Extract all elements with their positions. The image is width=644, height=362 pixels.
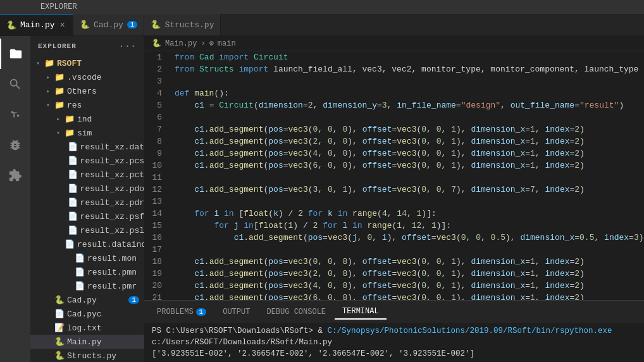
terminal-tabs: PROBLEMS1 OUTPUT DEBUG CONSOLE TERMINAL (144, 301, 644, 323)
others-label: Others (67, 87, 97, 96)
tab-cad-py-badge: 1 (127, 21, 138, 28)
chevron-right-icon2: ▸ (43, 87, 53, 95)
mon-file-icon: 📄 (75, 253, 85, 263)
pdo-label: result_xz.pdo (80, 184, 144, 194)
sidebar-item-result-xz-psl[interactable]: 📄 result_xz.psl (30, 223, 144, 237)
pmn-label: result.pmn (87, 268, 137, 277)
psl-label: result_xz.psl (80, 226, 144, 235)
sidebar-item-ind[interactable]: ▸ 📁 ind (30, 112, 144, 126)
cad-py-icon: 🐍 (54, 295, 65, 305)
pct-label: result_xz.pct (80, 170, 144, 180)
chevron-down-sim-icon: ▾ (53, 129, 63, 137)
tab-cad-py-icon: 🐍 (80, 20, 90, 30)
structs-py-icon: 🐍 (54, 351, 65, 361)
log-txt-icon: 📝 (54, 323, 65, 333)
res-label: res (67, 101, 82, 110)
chevron-right-icon: ▸ (43, 73, 53, 81)
tab-problems[interactable]: PROBLEMS1 (149, 305, 214, 319)
sidebar-item-result-dataindex[interactable]: 📄 result.dataindex (30, 237, 144, 251)
mon-label: result.mon (87, 254, 137, 263)
terminal-area: PROBLEMS1 OUTPUT DEBUG CONSOLE TERMINAL … (144, 300, 644, 362)
tab-structs-py[interactable]: 🐍 Structs.py (144, 14, 221, 35)
tab-main-py[interactable]: 🐍 Main.py × (0, 14, 73, 35)
res-folder-icon: 📁 (54, 100, 65, 110)
tab-structs-py-label: Structs.py (164, 20, 214, 30)
sidebar-item-result-pmn[interactable]: 📄 result.pmn (30, 265, 144, 279)
root-folder-icon: 📁 (44, 58, 54, 68)
new-file-icon[interactable]: ··· (119, 41, 137, 51)
breadcrumb-separator: › (201, 39, 205, 48)
tab-bar: 🐍 Main.py × 🐍 Cad.py 1 🐍 Structs.py (0, 14, 644, 36)
source-control-icon[interactable] (0, 99, 30, 130)
psf-label: result_xz.psf (80, 212, 144, 222)
log-txt-label: log.txt (67, 323, 102, 333)
sidebar-item-cad-pyc[interactable]: 📄 Cad.pyc (30, 307, 144, 321)
problems-badge: 1 (196, 308, 207, 316)
sidebar-item-result-mon[interactable]: 📄 result.mon (30, 251, 144, 265)
dat-label: result_xz.dat (80, 142, 144, 152)
terminal-content[interactable]: PS C:\Users\RSOFT\Downloads\RSoft> & C:/… (144, 323, 644, 362)
dataindex-label: result.dataindex (77, 240, 144, 249)
breadcrumb-py-icon: 🐍 (152, 39, 161, 48)
chevron-down-res-icon: ▾ (43, 101, 53, 109)
chevron-down-icon: ▾ (33, 59, 43, 67)
sidebar-item-others[interactable]: ▸ 📁 Others (30, 84, 144, 98)
line-numbers: 12345 678910 1112131415 1617181920 21222… (144, 51, 170, 300)
activity-bar (0, 36, 30, 362)
tab-cad-py[interactable]: 🐍 Cad.py 1 (73, 14, 144, 35)
structs-py-label: Structs.py (67, 351, 116, 361)
sidebar-item-result-xz-pdo[interactable]: 📄 result_xz.pdo (30, 182, 144, 196)
main-py-sidebar-icon: 🐍 (54, 337, 65, 347)
dataindex-file-icon: 📄 (65, 239, 75, 249)
sidebar-item-main-py[interactable]: 🐍 Main.py (30, 335, 144, 349)
breadcrumb-file: Main.py (165, 39, 197, 48)
tab-output[interactable]: OUTPUT (215, 305, 257, 319)
sidebar-item-sim[interactable]: ▾ 📁 sim (30, 126, 144, 140)
sidebar-item-result-xz-pdr[interactable]: 📄 result_xz.pdr (30, 196, 144, 209)
pcs-label: result_xz.pcs (80, 156, 144, 166)
title-bar: EXPLORER (0, 0, 644, 14)
code-editor[interactable]: 12345 678910 1112131415 1617181920 21222… (144, 51, 644, 300)
editor-area: 🐍 Main.py › ⚙ main 12345 678910 11121314… (144, 36, 644, 362)
cad-pyc-label: Cad.pyc (67, 309, 102, 319)
tab-structs-py-icon: 🐍 (151, 20, 161, 30)
pdr-file-icon: 📄 (68, 197, 78, 208)
breadcrumb-symbol: main (218, 39, 236, 48)
extensions-icon[interactable] (0, 160, 30, 190)
sidebar-item-result-xz-psf[interactable]: 📄 result_xz.psf (30, 209, 144, 223)
breadcrumb: 🐍 Main.py › ⚙ main (144, 36, 644, 51)
cad-py-badge: 1 (128, 296, 139, 304)
tree-root[interactable]: ▾ 📁 RSOFT (30, 56, 144, 70)
pct-file-icon: 📄 (68, 170, 78, 180)
sidebar-item-log-txt[interactable]: 📝 log.txt (30, 321, 144, 335)
cad-pyc-icon: 📄 (54, 309, 65, 319)
tab-main-py-close[interactable]: × (59, 20, 66, 30)
sim-label: sim (77, 128, 92, 138)
ind-label: ind (77, 115, 92, 124)
files-icon[interactable] (0, 39, 30, 69)
sidebar-item-res[interactable]: ▾ 📁 res (30, 98, 144, 112)
sidebar: EXPLORER ··· ▾ 📁 RSOFT ▸ 📁 .vscode ▸ 📁 (30, 36, 144, 362)
sidebar-item-result-xz-pct[interactable]: 📄 result_xz.pct (30, 168, 144, 182)
pdr-label: result_xz.pdr (80, 198, 144, 208)
pmr-file-icon: 📄 (75, 281, 85, 291)
cad-py-label: Cad.py (67, 296, 97, 305)
sidebar-item-vscode[interactable]: ▸ 📁 .vscode (30, 70, 144, 84)
search-icon[interactable] (0, 69, 30, 99)
sidebar-item-structs-py[interactable]: 🐍 Structs.py (30, 349, 144, 362)
tab-debug-console[interactable]: DEBUG CONSOLE (259, 305, 333, 319)
sidebar-item-result-xz-dat[interactable]: 📄 result_xz.dat (30, 140, 144, 154)
sidebar-item-cad-py[interactable]: 🐍 Cad.py 1 (30, 293, 144, 307)
debug-icon[interactable] (0, 130, 30, 160)
code-content[interactable]: from Cad import Circuit from Structs imp… (170, 51, 644, 300)
sidebar-item-result-pmr[interactable]: 📄 result.pmr (30, 279, 144, 293)
tab-py-icon: 🐍 (6, 20, 16, 30)
vscode-folder-icon: 📁 (54, 72, 65, 82)
sidebar-header: EXPLORER ··· (30, 36, 144, 56)
pmr-label: result.pmr (87, 282, 137, 291)
tab-terminal[interactable]: TERMINAL (335, 304, 387, 320)
pmn-file-icon: 📄 (75, 267, 85, 277)
breadcrumb-symbol-icon: ⚙ (209, 39, 214, 48)
sidebar-item-result-xz-pcs[interactable]: 📄 result_xz.pcs (30, 154, 144, 168)
tab-cad-py-label: Cad.py (94, 20, 123, 30)
